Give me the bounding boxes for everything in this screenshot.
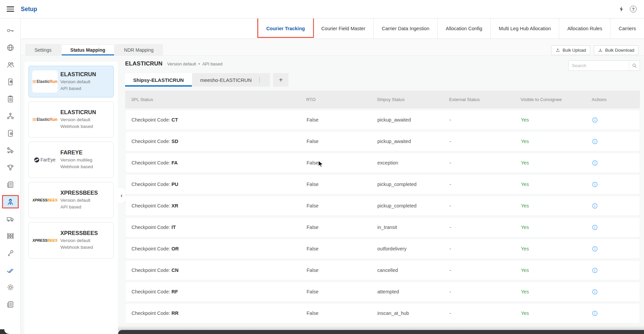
sidebar-item-truck[interactable] [0, 210, 20, 227]
3pl-status-cell: Checkpoint Code: RF [131, 289, 307, 294]
users-icon [6, 60, 15, 69]
detail-version: Version default [167, 61, 196, 66]
xpressbees-logo: XPRESSBEES [33, 198, 58, 202]
sidebar-item-org-chart[interactable] [0, 107, 20, 125]
status-mapping-row-xr: Checkpoint Code: XR False pickup_complet… [125, 196, 640, 216]
xpressbees-logo: XPRESSBEES [33, 238, 58, 242]
shipsy-status-cell: pickup_awaited [377, 117, 449, 123]
nav-tab-allocation-rules[interactable]: Allocation Rules [559, 18, 610, 39]
info-icon[interactable] [592, 268, 640, 273]
info-icon[interactable] [592, 246, 640, 252]
bulk-upload-button[interactable]: Bulk Upload [551, 45, 590, 55]
sidebar-item-truck-gear[interactable] [0, 142, 20, 159]
globe-icon [6, 43, 15, 52]
sidebar-item-warehouse[interactable] [0, 227, 20, 244]
sidebar-item-key[interactable] [0, 22, 20, 39]
info-icon[interactable] [592, 289, 640, 295]
sidebar [0, 18, 21, 334]
top-bar: Setup ? [0, 0, 644, 18]
flash-icon[interactable] [618, 5, 625, 13]
courier-card-xpressbees-webhook[interactable]: XPRESSBEES XPRESSBEES Version default We… [29, 222, 114, 258]
detail-meta: Version default • API based [167, 61, 223, 66]
download-icon [598, 48, 603, 53]
info-icon[interactable] [592, 139, 640, 144]
sidebar-item-users[interactable] [0, 56, 20, 73]
info-icon[interactable] [592, 160, 640, 166]
courier-card-elasticrun-webhook[interactable]: ElasticRun ELASTICRUN Version default We… [29, 101, 114, 138]
mapping-tab-shipsy-elasticrun[interactable]: Shipsy-ELASTICRUN [125, 73, 192, 87]
help-icon[interactable]: ? [630, 6, 637, 12]
selected-highlight-box [2, 195, 19, 208]
info-icon[interactable] [592, 182, 640, 187]
courier-version: Version default [60, 79, 96, 85]
bulk-download-button[interactable]: Bulk Download [594, 45, 639, 55]
upload-icon [555, 48, 560, 53]
sub-tab-status-mapping[interactable]: Status Mapping [61, 44, 114, 55]
external-status-cell: - [449, 268, 521, 273]
info-icon[interactable] [592, 117, 640, 123]
sidebar-item-people-network[interactable] [0, 159, 20, 176]
3pl-status-cell: Checkpoint Code: SD [131, 139, 307, 144]
mapping-tab-label: meesho-ELASTICRUN [200, 77, 252, 83]
sub-tab-label: Status Mapping [70, 47, 105, 53]
info-icon[interactable] [592, 225, 640, 230]
status-mapping-row-ct: Checkpoint Code: CT False pickup_awaited… [125, 110, 640, 130]
menu-icon[interactable] [7, 6, 14, 12]
tab-menu-icon[interactable]: ⋮ [257, 77, 262, 83]
add-mapping-tab-button[interactable]: + [273, 73, 288, 87]
sub-tab-ndr-mapping[interactable]: NDR Mapping [115, 44, 163, 55]
status-mapping-row-cn: Checkpoint Code: CN False cancelled - Ye… [125, 260, 640, 280]
courier-detail: ELASTICRUN Version default • API based S… [118, 56, 644, 334]
courier-card-xpressbees-api[interactable]: XPRESSBEES XPRESSBEES Version default AP… [29, 182, 114, 218]
sidebar-item-news[interactable] [0, 296, 20, 313]
elasticrun-logo: ElasticRun [33, 117, 57, 122]
org-chart-icon [6, 112, 15, 121]
info-icon[interactable] [592, 311, 640, 316]
column-header-3pl-status: 3PL Status [131, 97, 306, 102]
external-status-cell: - [449, 289, 521, 294]
sidebar-item-clipboard[interactable] [0, 90, 20, 107]
nav-tab-courier-tracking[interactable]: Courier Tracking [258, 18, 313, 39]
nav-tab-courier-field-master[interactable]: Courier Field Master [313, 18, 373, 39]
truck-gear-icon [6, 146, 15, 155]
nav-tab-carriers[interactable]: Carriers [610, 18, 644, 39]
nav-tab-carrier-data-ingestion[interactable]: Carrier Data Ingestion [373, 18, 437, 39]
sidebar-item-gear[interactable] [0, 279, 20, 296]
visible-to-consignee-cell: Yes [521, 246, 592, 251]
sidebar-item-double-check[interactable] [0, 261, 20, 279]
search-icon[interactable] [629, 61, 640, 70]
search-input[interactable] [569, 61, 629, 70]
sub-tab-bar: SettingsStatus MappingNDR Mapping Bulk U… [21, 39, 644, 56]
nav-tab-allocation-config[interactable]: Allocation Config [437, 18, 490, 39]
rto-cell: False [307, 225, 377, 230]
sidebar-item-courier-person[interactable] [0, 193, 20, 210]
3pl-status-cell: Checkpoint Code: CT [131, 117, 307, 123]
sidebar-item-key-angled[interactable] [0, 244, 20, 261]
nav-tab-multi-leg-hub-allocation[interactable]: Multi Leg Hub Allocation [490, 18, 559, 39]
courier-card-elasticrun-api[interactable]: ElasticRun ELASTICRUN Version default AP… [29, 66, 114, 97]
shipsy-status-cell: pickup_completed [377, 182, 449, 187]
courier-card-text: XPRESSBEES Version default API based [60, 190, 98, 210]
search-box [568, 60, 640, 71]
status-mapping-row-rr: Checkpoint Code: RR False inscan_at_hub … [125, 303, 640, 323]
sidebar-item-news[interactable] [0, 176, 20, 193]
3pl-status-cell: Checkpoint Code: RR [131, 311, 307, 316]
clipboard-icon [6, 95, 15, 103]
3pl-status-cell: Checkpoint Code: XR [131, 203, 307, 208]
sidebar-item-globe[interactable] [0, 39, 20, 56]
sidebar-item-mobile-user[interactable] [0, 73, 20, 90]
shipsy-status-cell: pickup_awaited [377, 139, 449, 144]
sidebar-item-mobile-gear[interactable] [0, 125, 20, 142]
mobile-user-icon [6, 78, 15, 86]
mapping-tab-meesho-elasticrun[interactable]: meesho-ELASTICRUN⋮ [192, 73, 270, 87]
sub-tab-settings[interactable]: Settings [25, 44, 61, 55]
nav-tab-label: Allocation Rules [567, 26, 602, 31]
external-status-cell: - [449, 182, 521, 187]
3pl-status-cell: Checkpoint Code: OR [131, 246, 307, 251]
courier-name: XPRESSBEES [60, 230, 98, 236]
courier-person-icon [6, 197, 15, 206]
courier-name: FAREYE [60, 149, 93, 156]
info-icon[interactable] [592, 203, 640, 209]
courier-card-text: XPRESSBEES Version default Webhook based [60, 230, 98, 250]
courier-card-fareye-webhook[interactable]: FarEye FAREYE Version multileg Webhook b… [29, 142, 114, 178]
